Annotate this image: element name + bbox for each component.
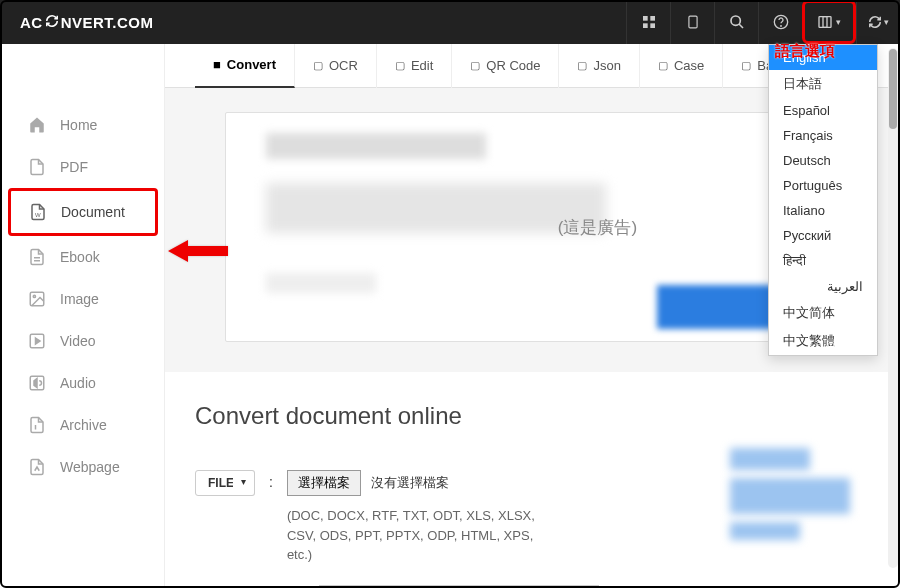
sidebar-item-document[interactable]: W Document (8, 188, 158, 236)
svg-rect-2 (643, 23, 648, 28)
sidebar-item-home[interactable]: Home (0, 104, 164, 146)
tab-qrcode[interactable]: ▢QR Code (452, 44, 559, 88)
convert-section: Convert document online FILE ▾ : 選擇檔案 沒有… (165, 372, 900, 588)
sidebar-item-audio[interactable]: Audio (0, 362, 164, 404)
search-icon[interactable] (714, 0, 758, 44)
tab-convert[interactable]: ■Convert (195, 44, 295, 88)
language-option[interactable]: Italiano (769, 198, 877, 223)
formats-hint: (DOC, DOCX, RTF, TXT, ODT, XLS, XLSX, CS… (287, 506, 547, 565)
target-format-label: Target format: (195, 585, 305, 589)
svg-text:W: W (35, 212, 41, 218)
language-option[interactable]: Français (769, 123, 877, 148)
sidebar-label: Document (61, 204, 125, 220)
scroll-thumb[interactable] (889, 49, 897, 129)
annotation-arrow (168, 238, 228, 267)
sidebar-label: Image (60, 291, 99, 307)
tab-case[interactable]: ▢Case (640, 44, 723, 88)
ad-blur (266, 133, 486, 159)
language-option[interactable]: 中文繁體 (769, 327, 877, 355)
tab-edit[interactable]: ▢Edit (377, 44, 452, 88)
svg-point-9 (780, 26, 781, 27)
language-option[interactable]: Русский (769, 223, 877, 248)
file-source-dropdown[interactable]: ▾ (233, 470, 255, 496)
sidebar-label: PDF (60, 159, 88, 175)
svg-rect-4 (688, 16, 696, 28)
language-option[interactable]: 中文简体 (769, 299, 877, 327)
svg-rect-1 (650, 16, 655, 21)
logo-text-post: NVERT.COM (61, 14, 154, 31)
language-menu: English 日本語 Español Français Deutsch Por… (768, 44, 878, 356)
ad-blur (266, 273, 376, 293)
audio-icon (28, 374, 46, 392)
sidebar: Home PDF W Document Ebook Image Video Au… (0, 44, 165, 588)
scrollbar[interactable] (888, 48, 898, 568)
sidebar-item-ebook[interactable]: Ebook (0, 236, 164, 278)
ad-blur (266, 183, 606, 233)
sidebar-label: Audio (60, 375, 96, 391)
video-icon (28, 332, 46, 350)
pdf-icon (28, 158, 46, 176)
svg-marker-20 (34, 379, 37, 388)
image-icon (28, 290, 46, 308)
sidebar-label: Archive (60, 417, 107, 433)
chevron-down-icon: ▾ (836, 17, 841, 27)
chevron-down-icon: ▾ (884, 17, 889, 27)
svg-rect-0 (643, 16, 648, 21)
language-option[interactable]: Português (769, 173, 877, 198)
archive-icon (28, 416, 46, 434)
sidebar-label: Home (60, 117, 97, 133)
svg-marker-18 (36, 338, 41, 344)
svg-marker-22 (168, 240, 228, 262)
refresh-icon (45, 14, 59, 31)
topbar: AC NVERT.COM ▾ ▾ (0, 0, 900, 44)
page-title: Convert document online (195, 402, 870, 430)
colon: : (269, 470, 273, 490)
annotation-label: 語言選項 (775, 42, 835, 61)
svg-line-7 (739, 24, 743, 28)
target-format-select[interactable]: PDF (319, 585, 599, 589)
logo-text-pre: AC (20, 14, 43, 31)
sidebar-item-pdf[interactable]: PDF (0, 146, 164, 188)
tab-ocr[interactable]: ▢OCR (295, 44, 377, 88)
sidebar-item-webpage[interactable]: Webpage (0, 446, 164, 488)
topbar-actions: ▾ ▾ (626, 0, 900, 44)
reload-icon[interactable]: ▾ (856, 0, 900, 44)
grid-icon[interactable] (626, 0, 670, 44)
sidebar-item-image[interactable]: Image (0, 278, 164, 320)
side-ad (730, 448, 860, 568)
language-option[interactable]: العربية (769, 274, 877, 299)
home-icon (28, 116, 46, 134)
tablet-icon[interactable] (670, 0, 714, 44)
language-button[interactable]: ▾ (802, 0, 856, 44)
sidebar-label: Video (60, 333, 96, 349)
help-icon[interactable] (758, 0, 802, 44)
language-option[interactable]: 日本語 (769, 70, 877, 98)
sidebar-item-video[interactable]: Video (0, 320, 164, 362)
svg-point-16 (33, 295, 35, 297)
choose-file-button[interactable]: 選擇檔案 (287, 470, 361, 496)
document-icon: W (29, 203, 47, 221)
sidebar-item-archive[interactable]: Archive (0, 404, 164, 446)
svg-rect-3 (650, 23, 655, 28)
tab-json[interactable]: ▢Json (559, 44, 639, 88)
site-logo[interactable]: AC NVERT.COM (20, 14, 154, 31)
language-option[interactable]: हिन्दी (769, 248, 877, 274)
webpage-icon (28, 458, 46, 476)
sidebar-label: Ebook (60, 249, 100, 265)
target-format-row: Target format: PDF (195, 585, 870, 589)
language-option[interactable]: Español (769, 98, 877, 123)
language-option[interactable]: Deutsch (769, 148, 877, 173)
svg-point-6 (731, 16, 740, 25)
ad-label: (這是廣告) (558, 216, 637, 239)
no-file-text: 沒有選擇檔案 (371, 474, 449, 492)
ebook-icon (28, 248, 46, 266)
sidebar-label: Webpage (60, 459, 120, 475)
